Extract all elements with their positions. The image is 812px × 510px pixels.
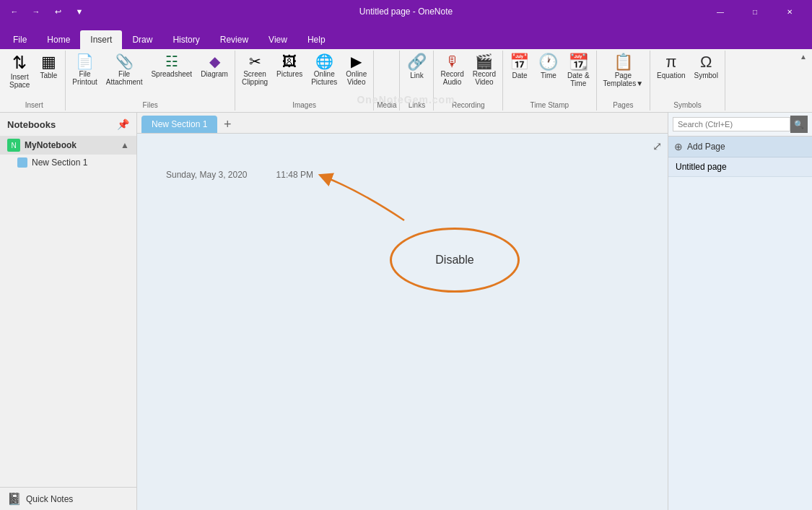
add-page-button[interactable]: ⊕ Add Page (668, 137, 812, 157)
forward-button[interactable]: → (27, 3, 45, 20)
annotation-oval: Disable (390, 228, 520, 293)
tab-review[interactable]: Review (210, 30, 258, 49)
pin-icon[interactable]: 📌 (117, 118, 129, 130)
annotation-arrow (303, 170, 419, 228)
customize-dropdown[interactable]: ▼ (71, 3, 88, 20)
tab-insert[interactable]: Insert (80, 30, 122, 49)
annotation-text: Disable (435, 254, 473, 267)
expand-page-button[interactable]: ⤢ (652, 139, 662, 153)
insert-space-button[interactable]: ⇅ InsertSpace (6, 52, 33, 91)
page-item-untitled[interactable]: Untitled page (668, 157, 812, 177)
symbol-label: Symbol (694, 72, 718, 79)
spreadsheet-button[interactable]: ☷ Spreadsheet (147, 52, 196, 80)
ribbon-content: ⇅ InsertSpace ▦ Table Insert 📄 FilePrint… (0, 49, 812, 113)
file-attachment-icon: 📎 (115, 54, 134, 69)
search-bar: 🔍 (668, 113, 812, 137)
online-video-button[interactable]: ▶ OnlineVideo (342, 52, 370, 88)
notebook-item-mynotebook[interactable]: N MyNotebook ▲ (0, 136, 136, 155)
group-files-items: 📄 FilePrintout 📎 FileAttachment ☷ Spread… (69, 52, 232, 100)
ribbon-tab-bar: File Home Insert Draw History Review Vie… (0, 23, 812, 49)
equation-button[interactable]: π Equation (653, 52, 689, 82)
sidebar-title: Notebooks (7, 119, 56, 130)
page-canvas[interactable]: ⤢ Sunday, May 3, 2020 11:48 PM (137, 134, 668, 510)
tab-home[interactable]: Home (37, 30, 80, 49)
notebook-icon: N (7, 139, 20, 152)
table-icon: ▦ (41, 54, 56, 70)
group-insert-items: ⇅ InsertSpace ▦ Table (6, 52, 62, 100)
back-button[interactable]: ← (6, 3, 23, 20)
minimize-button[interactable]: — (704, 0, 737, 23)
pictures-icon: 🖼 (282, 54, 297, 69)
tab-history[interactable]: History (162, 30, 209, 49)
online-video-icon: ▶ (351, 54, 362, 69)
online-pictures-button[interactable]: 🌐 OnlinePictures (307, 52, 341, 88)
date-time-button[interactable]: 📆 Date &Time (564, 52, 593, 90)
section-label: New Section 1 (32, 157, 87, 168)
insert-space-label: InsertSpace (9, 73, 30, 89)
notebook-expand-icon[interactable]: ▲ (121, 140, 129, 150)
time-button[interactable]: 🕐 Time (535, 52, 562, 82)
right-panel: 🔍 ⊕ Add Page Untitled page (668, 113, 812, 510)
sidebar: Notebooks 📌 N MyNotebook ▲ New Section 1… (0, 113, 137, 510)
file-printout-button[interactable]: 📄 FilePrintout (69, 52, 100, 88)
group-insert-label: Insert (6, 100, 62, 109)
file-attachment-button[interactable]: 📎 FileAttachment (102, 52, 147, 88)
tab-help[interactable]: Help (297, 30, 336, 49)
record-video-button[interactable]: 🎬 RecordVideo (469, 52, 499, 88)
tab-view[interactable]: View (258, 30, 297, 49)
group-symbols-label: Symbols (653, 100, 722, 109)
main-area: New Section 1 + ⤢ Sunday, May 3, 2020 11… (137, 113, 668, 510)
undo-button[interactable]: ↩ (49, 3, 66, 20)
ribbon-collapse-button[interactable]: ▲ (798, 51, 809, 62)
group-files: 📄 FilePrintout 📎 FileAttachment ☷ Spread… (66, 51, 235, 111)
search-button[interactable]: 🔍 (790, 116, 808, 133)
notebook-label: MyNotebook (25, 140, 77, 150)
date-time-label: Date &Time (567, 72, 590, 87)
date-label: Date (512, 72, 527, 79)
group-pages-label: Pages (600, 100, 647, 109)
close-button[interactable]: ✕ (773, 0, 806, 23)
group-recording: 🎙 RecordAudio 🎬 RecordVideo Recording (434, 51, 503, 111)
add-section-button[interactable]: + (219, 116, 236, 133)
window-title: Untitled page - OneNote (359, 7, 453, 17)
screen-clipping-button[interactable]: ✂ ScreenClipping (238, 52, 271, 88)
date-time-icon: 📆 (569, 54, 588, 70)
sidebar-header: Notebooks 📌 (0, 113, 136, 136)
page-templates-button[interactable]: 📋 PageTemplates▼ (600, 52, 647, 90)
date-icon: 📅 (510, 54, 529, 70)
group-recording-items: 🎙 RecordAudio 🎬 RecordVideo (437, 52, 499, 100)
record-video-label: RecordVideo (473, 70, 496, 86)
quick-notes-icon: 📓 (7, 492, 22, 506)
record-audio-icon: 🎙 (445, 54, 460, 69)
record-audio-button[interactable]: 🎙 RecordAudio (437, 52, 467, 88)
diagram-label: Diagram (201, 70, 228, 78)
tab-draw[interactable]: Draw (122, 30, 162, 49)
quick-notes-item[interactable]: 📓 Quick Notes (0, 487, 136, 510)
screen-clipping-icon: ✂ (249, 54, 261, 69)
group-timestamp: 📅 Date 🕐 Time 📆 Date &Time Time Stamp (503, 51, 597, 111)
diagram-button[interactable]: ◆ Diagram (197, 52, 232, 80)
group-images-label: Images (238, 100, 370, 109)
group-timestamp-label: Time Stamp (506, 100, 593, 109)
search-input[interactable] (673, 117, 790, 131)
symbol-button[interactable]: Ω Symbol (691, 52, 722, 82)
section-tab-new-section-1[interactable]: New Section 1 (141, 116, 217, 133)
symbol-icon: Ω (700, 54, 712, 70)
page-content-area (668, 177, 812, 510)
link-button[interactable]: 🔗 Link (403, 52, 430, 82)
group-media: Media (374, 51, 400, 111)
section-tab-bar: New Section 1 + (137, 113, 668, 134)
group-symbols: π Equation Ω Symbol Symbols (650, 51, 725, 111)
group-media-items (377, 52, 396, 100)
record-audio-label: RecordAudio (440, 70, 463, 86)
time-icon: 🕐 (538, 54, 558, 70)
date-button[interactable]: 📅 Date (506, 52, 533, 82)
tab-file[interactable]: File (3, 30, 37, 49)
table-button[interactable]: ▦ Table (35, 52, 62, 82)
section-item-new-section-1[interactable]: New Section 1 (0, 155, 136, 170)
add-page-icon: ⊕ (674, 141, 683, 152)
restore-button[interactable]: □ (738, 0, 772, 23)
quick-notes-label: Quick Notes (26, 494, 73, 504)
pictures-button[interactable]: 🖼 Pictures (273, 52, 306, 80)
file-attachment-label: FileAttachment (106, 70, 143, 86)
